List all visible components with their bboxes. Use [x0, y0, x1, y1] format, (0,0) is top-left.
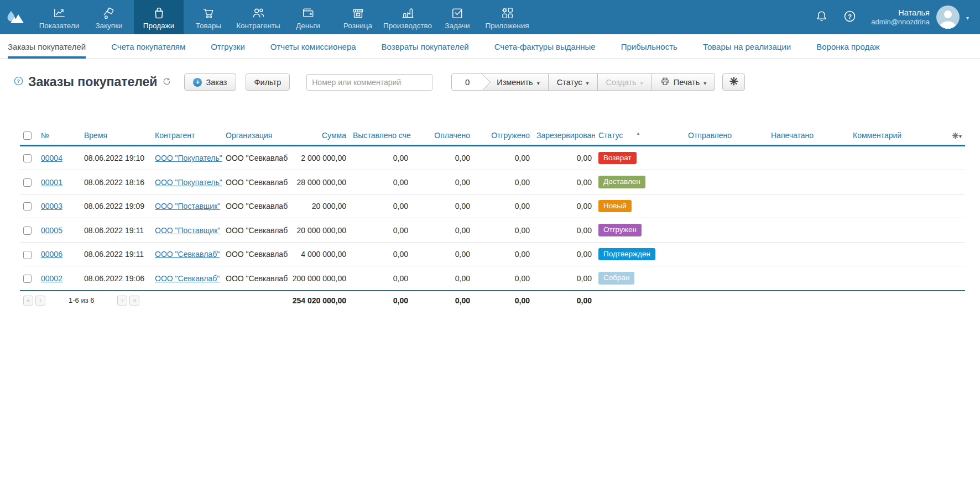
nav-item-apps[interactable]: Приложения [482, 0, 532, 34]
pagination-first-button[interactable] [23, 296, 33, 306]
column-sent[interactable]: Отправлено [685, 126, 768, 145]
row-checkbox[interactable] [23, 154, 32, 162]
column-sum[interactable]: Сумма [288, 126, 350, 145]
tab-commission-reports[interactable]: Отчеты комиссионера [270, 34, 356, 59]
logo-icon [6, 8, 28, 27]
refresh-button[interactable] [163, 77, 171, 87]
column-shipped[interactable]: Отгружено [473, 126, 533, 145]
column-time[interactable]: Время [81, 126, 152, 145]
create-dropdown-button[interactable]: Создать [598, 73, 652, 91]
settings-cell [940, 242, 965, 266]
invoiced: 0,00 [350, 170, 411, 194]
contragent-link[interactable]: ООО "Севкавлаб" [155, 274, 220, 283]
pagination: 1-6 из 6 [23, 296, 284, 306]
svg-text:?: ? [848, 13, 852, 20]
printed-cell [768, 194, 849, 218]
column-invoiced[interactable]: Выставлено сче... [350, 126, 411, 145]
tab-sales-funnel[interactable]: Воронка продаж [816, 34, 879, 59]
nav-item-money[interactable]: Деньги [283, 0, 333, 34]
order-number-link[interactable]: 00003 [41, 202, 62, 210]
order-number-link[interactable]: 00004 [41, 154, 62, 162]
paid: 0,00 [411, 145, 473, 170]
tab-profitability[interactable]: Прибыльность [621, 34, 677, 59]
shipped: 0,00 [473, 266, 533, 291]
nav-item-purchases[interactable]: Закупки [84, 0, 134, 34]
contragent-link[interactable]: ООО "Поставщик" [155, 226, 220, 235]
search-input[interactable] [306, 74, 432, 91]
status-dropdown-button[interactable]: Статус [549, 73, 598, 91]
print-dropdown-button[interactable]: Печать [652, 73, 716, 91]
column-comment[interactable]: Комментарий [849, 126, 940, 145]
order-number-link[interactable]: 00001 [41, 178, 62, 187]
avatar [936, 6, 960, 29]
contragent-link[interactable]: ООО "Покупатель" [155, 178, 222, 187]
settings-cell [940, 194, 965, 218]
comment-cell [849, 218, 940, 243]
nav-item-counterparties[interactable]: Контрагенты [233, 0, 283, 34]
contragent-link[interactable]: ООО "Поставщик" [155, 202, 220, 210]
column-status[interactable]: Статус [595, 126, 685, 145]
comment-cell [849, 145, 940, 170]
select-all-checkbox[interactable] [23, 131, 32, 140]
tab-customer-orders[interactable]: Заказы покупателей [8, 34, 86, 59]
help-button[interactable]: ? [843, 9, 857, 25]
column-organization[interactable]: Организация [222, 126, 288, 145]
row-checkbox[interactable] [23, 275, 32, 283]
pagination-next-button[interactable] [117, 296, 127, 306]
row-checkbox[interactable] [23, 227, 32, 235]
row-checkbox[interactable] [23, 202, 32, 210]
tab-customer-invoices[interactable]: Счета покупателям [111, 34, 185, 59]
app-logo[interactable] [0, 0, 34, 34]
row-checkbox[interactable] [23, 251, 32, 259]
edit-dropdown-button[interactable]: Изменить [483, 73, 548, 91]
order-number-link[interactable]: 00006 [41, 250, 62, 259]
nav-item-goods[interactable]: Товары [184, 0, 233, 34]
pagination-cell: 1-6 из 6 [20, 291, 288, 310]
printed-cell [768, 242, 849, 266]
tab-customer-returns[interactable]: Возвраты покупателей [382, 34, 469, 59]
nav-item-indicators[interactable]: Показатели [34, 0, 84, 34]
total-shipped: 0,00 [473, 291, 533, 310]
settings-cell [940, 218, 965, 243]
chevron-down-icon [966, 12, 969, 22]
user-menu[interactable]: Наталья admin@nnozdrina [871, 6, 969, 29]
tab-shipments[interactable]: Отгрузки [211, 34, 245, 59]
sent-cell [685, 170, 768, 194]
nav-item-label: Задачи [445, 22, 470, 30]
nav-item-tasks[interactable]: Задачи [432, 0, 482, 34]
create-order-button[interactable]: Заказ [184, 73, 236, 91]
contragent-link[interactable]: ООО "Севкавлаб" [155, 250, 220, 259]
column-number[interactable]: № [38, 126, 81, 145]
tab-issued-invoices[interactable]: Счета-фактуры выданные [494, 34, 596, 59]
page-help-icon[interactable]: ? [14, 76, 23, 88]
contragent-link[interactable]: ООО "Покупатель" [155, 154, 222, 162]
refresh-icon [163, 77, 171, 87]
status-badge: Доставлен [598, 176, 645, 188]
comment-cell [849, 194, 940, 218]
order-number-link[interactable]: 00002 [41, 274, 62, 283]
filter-button[interactable]: Фильтр [246, 73, 290, 91]
row-checkbox[interactable] [23, 178, 32, 187]
nav-item-label: Продажи [143, 22, 174, 30]
column-contragent[interactable]: Контрагент [152, 126, 222, 145]
settings-button[interactable] [722, 73, 745, 91]
order-number-link[interactable]: 00005 [41, 226, 62, 235]
column-reserved[interactable]: Зарезервировано [533, 126, 595, 145]
tab-consignment-goods[interactable]: Товары на реализации [703, 34, 791, 59]
pagination-last-button[interactable] [129, 296, 139, 306]
paid: 0,00 [411, 218, 473, 243]
table-footer-row: 1-6 из 6 254 020 000,00 0,00 0,00 0,00 0… [20, 291, 965, 310]
nav-item-sales[interactable]: Продажи [134, 0, 184, 34]
svg-text:?: ? [17, 78, 20, 84]
nav-item-retail[interactable]: Розница [333, 0, 383, 34]
column-paid[interactable]: Оплачено [411, 126, 473, 145]
column-printed[interactable]: Напечатано [768, 126, 849, 145]
shopping-bag-icon [152, 6, 166, 20]
pagination-prev-button[interactable] [35, 296, 45, 306]
nav-item-production[interactable]: Производство [383, 0, 432, 34]
sort-ascending-icon [636, 128, 640, 136]
header-checkbox-cell [20, 126, 38, 145]
column-settings[interactable] [940, 126, 965, 145]
notifications-button[interactable] [815, 9, 828, 25]
order-time: 08.06.2022 18:16 [81, 170, 152, 194]
